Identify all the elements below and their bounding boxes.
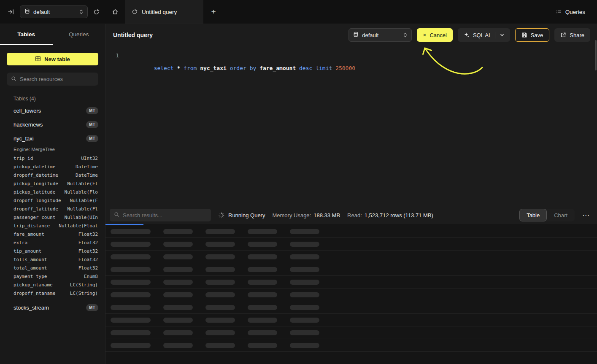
column-row[interactable]: payment_type Enum8 xyxy=(0,272,105,280)
database-selector-query[interactable]: default xyxy=(348,28,412,42)
column-type: Float32 xyxy=(78,257,98,262)
column-name: pickup_latitude xyxy=(14,189,55,195)
sql-token: select xyxy=(154,65,177,71)
tables-section-label: Tables (4) xyxy=(14,96,105,102)
sql-query-line: select * from nyc_taxi order by fare_amo… xyxy=(127,52,355,71)
sql-ai-button[interactable]: SQL AI xyxy=(458,28,510,42)
query-title: Untitled query xyxy=(113,32,153,38)
skeleton-cell xyxy=(163,254,193,259)
memory-usage: Memory Usage: 188.33 MB xyxy=(272,212,340,218)
database-selector-topbar[interactable]: default xyxy=(20,5,88,18)
sql-token: 250000 xyxy=(335,65,355,71)
skeleton-cell xyxy=(205,254,235,259)
skeleton-row xyxy=(105,314,597,326)
search-icon xyxy=(114,211,119,219)
sql-ai-label: SQL AI xyxy=(473,32,490,38)
skeleton-cell xyxy=(248,242,277,247)
new-table-label: New table xyxy=(44,56,70,62)
column-row[interactable]: dropoff_latitude Nullable(Fl xyxy=(0,205,105,213)
skeleton-cell xyxy=(205,292,235,297)
column-row[interactable]: pickup_longitude Nullable(Fl xyxy=(0,179,105,188)
skeleton-cell xyxy=(111,343,151,348)
column-name: fare_amount xyxy=(14,232,44,237)
refresh-icon[interactable] xyxy=(93,9,100,15)
column-row[interactable]: trip_id UInt32 xyxy=(0,154,105,162)
column-name: pickup_ntaname xyxy=(14,282,53,288)
sidebar: Tables Queries New table Tables (4) cell… xyxy=(0,24,105,364)
main-panel: Untitled query default × Cancel xyxy=(105,24,597,364)
sql-token: * xyxy=(177,65,184,71)
table-row-hackernews[interactable]: hackernews MT xyxy=(0,118,105,132)
column-row[interactable]: pickup_latitude Nullable(Flo xyxy=(0,188,105,196)
column-type: Nullable(UIn xyxy=(65,215,98,220)
column-type: Float32 xyxy=(78,265,98,271)
column-type: LC(String) xyxy=(70,291,98,296)
share-button[interactable]: Share xyxy=(554,28,590,42)
view-toggle-table[interactable]: Table xyxy=(519,209,547,221)
skeleton-cell xyxy=(290,242,319,247)
column-row[interactable]: total_amount Float32 xyxy=(0,264,105,272)
column-row[interactable]: trip_distance Nullable(Float xyxy=(0,221,105,230)
body-row: Tables Queries New table Tables (4) cell… xyxy=(0,24,597,364)
cancel-button[interactable]: × Cancel xyxy=(417,28,453,42)
column-row[interactable]: extra Float32 xyxy=(0,238,105,247)
updown-chevrons-icon xyxy=(403,32,407,38)
database-icon xyxy=(24,8,30,15)
column-row[interactable]: dropoff_datetime DateTime xyxy=(0,171,105,179)
sql-token: nyc_taxi xyxy=(200,65,230,71)
sql-token: order by xyxy=(230,65,259,71)
new-tab-button[interactable]: + xyxy=(203,0,224,24)
skeleton-cell xyxy=(205,318,235,323)
column-type: DateTime xyxy=(76,173,98,178)
column-row[interactable]: pickup_ntaname LC(String) xyxy=(0,280,105,289)
skeleton-cell xyxy=(111,330,151,335)
skeleton-cell xyxy=(111,242,151,247)
skeleton-cell xyxy=(290,254,319,259)
read-value: 1,523,712 rows (113.71 MB) xyxy=(365,212,433,218)
status-text: Running Query xyxy=(228,212,265,218)
search-results-input[interactable] xyxy=(123,212,207,218)
tab-tables[interactable]: Tables xyxy=(0,24,53,45)
skeleton-cell xyxy=(290,229,319,234)
skeleton-row xyxy=(105,238,597,251)
column-row[interactable]: passenger_count Nullable(UIn xyxy=(0,213,105,221)
tab-queries[interactable]: Queries xyxy=(53,24,105,45)
collapse-sidebar-icon[interactable] xyxy=(8,8,14,15)
skeleton-cell xyxy=(163,343,193,348)
column-name: extra xyxy=(14,240,27,245)
view-toggle-chart[interactable]: Chart xyxy=(547,209,575,221)
column-row[interactable]: tip_amount Float32 xyxy=(0,247,105,255)
table-grid-icon xyxy=(35,56,41,63)
save-icon xyxy=(521,32,527,38)
chevron-down-icon[interactable] xyxy=(500,33,504,37)
query-status: Running Query xyxy=(218,212,265,218)
skeleton-cell xyxy=(205,305,235,310)
table-row-cell-towers[interactable]: cell_towers MT xyxy=(0,104,105,118)
skeleton-cell xyxy=(290,292,319,297)
queries-icon xyxy=(556,9,562,15)
column-name: payment_type xyxy=(14,274,47,279)
skeleton-row xyxy=(105,326,597,339)
new-table-button[interactable]: New table xyxy=(7,53,98,65)
skeleton-cell xyxy=(290,280,319,285)
scrollbar-thumb[interactable] xyxy=(595,40,597,70)
table-row-stocks-stream[interactable]: stocks_stream MT xyxy=(0,301,105,315)
column-name: trip_distance xyxy=(14,223,50,229)
save-button[interactable]: Save xyxy=(515,28,550,42)
table-row-nyc-taxi[interactable]: nyc_taxi MT xyxy=(0,132,105,146)
engine-label: Engine: MergeTree xyxy=(0,146,105,153)
tab-untitled-query[interactable]: Untitled query xyxy=(125,0,203,24)
more-options-button[interactable]: ⋯ xyxy=(581,212,591,219)
column-row[interactable]: dropoff_ntaname LC(String) xyxy=(0,289,105,297)
column-type: UInt32 xyxy=(81,156,98,161)
column-row[interactable]: pickup_datetime DateTime xyxy=(0,162,105,171)
column-row[interactable]: tolls_amount Float32 xyxy=(0,255,105,264)
skeleton-cell xyxy=(111,292,151,297)
column-row[interactable]: dropoff_longitude Nullable(F xyxy=(0,196,105,205)
sql-editor[interactable]: 1 select * from nyc_taxi order by fare_a… xyxy=(105,46,597,206)
home-tab[interactable] xyxy=(105,0,125,24)
column-row[interactable]: fare_amount Float32 xyxy=(0,230,105,238)
search-resources-input[interactable] xyxy=(20,76,94,82)
queries-button[interactable]: Queries xyxy=(556,0,597,24)
skeleton-cell xyxy=(111,229,151,234)
